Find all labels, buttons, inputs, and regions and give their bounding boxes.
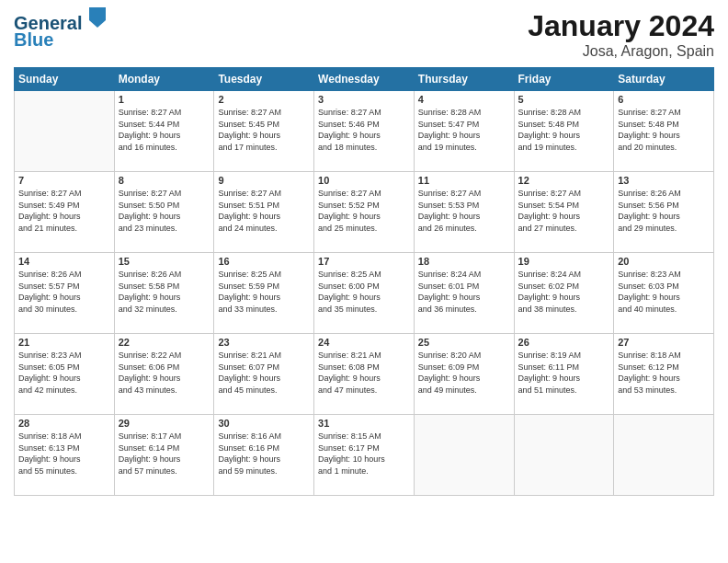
calendar-cell: 17Sunrise: 8:25 AMSunset: 6:00 PMDayligh… xyxy=(314,253,415,334)
calendar-cell: 2Sunrise: 8:27 AMSunset: 5:45 PMDaylight… xyxy=(214,91,314,172)
calendar-cell: 3Sunrise: 8:27 AMSunset: 5:46 PMDaylight… xyxy=(314,91,415,172)
cell-details: Sunrise: 8:27 AMSunset: 5:50 PMDaylight:… xyxy=(119,188,210,234)
week-row-1: 1Sunrise: 8:27 AMSunset: 5:44 PMDaylight… xyxy=(15,91,714,172)
cell-details: Sunrise: 8:24 AMSunset: 6:02 PMDaylight:… xyxy=(518,269,610,315)
cell-details: Sunrise: 8:23 AMSunset: 6:05 PMDaylight:… xyxy=(18,350,110,396)
calendar-cell xyxy=(15,91,115,172)
day-number: 4 xyxy=(418,94,510,105)
cell-details: Sunrise: 8:25 AMSunset: 6:00 PMDaylight:… xyxy=(318,269,410,315)
calendar-cell: 30Sunrise: 8:16 AMSunset: 6:16 PMDayligh… xyxy=(214,415,314,496)
weekday-header-friday: Friday xyxy=(514,68,614,91)
week-row-5: 28Sunrise: 8:18 AMSunset: 6:13 PMDayligh… xyxy=(15,415,714,496)
calendar-cell xyxy=(614,415,714,496)
calendar-cell: 22Sunrise: 8:22 AMSunset: 6:06 PMDayligh… xyxy=(114,334,214,415)
cell-details: Sunrise: 8:22 AMSunset: 6:06 PMDaylight:… xyxy=(119,350,210,396)
cell-details: Sunrise: 8:26 AMSunset: 5:57 PMDaylight:… xyxy=(18,269,110,315)
day-number: 6 xyxy=(618,94,710,105)
calendar-cell: 6Sunrise: 8:27 AMSunset: 5:48 PMDaylight… xyxy=(614,91,714,172)
day-number: 26 xyxy=(518,337,610,348)
day-number: 30 xyxy=(218,418,310,429)
day-number: 1 xyxy=(119,94,210,105)
calendar-cell: 28Sunrise: 8:18 AMSunset: 6:13 PMDayligh… xyxy=(15,415,115,496)
week-row-3: 14Sunrise: 8:26 AMSunset: 5:57 PMDayligh… xyxy=(15,253,714,334)
cell-details: Sunrise: 8:26 AMSunset: 5:56 PMDaylight:… xyxy=(618,188,710,234)
day-number: 8 xyxy=(119,175,210,186)
day-number: 3 xyxy=(318,94,410,105)
weekday-header-tuesday: Tuesday xyxy=(214,68,314,91)
calendar-cell: 20Sunrise: 8:23 AMSunset: 6:03 PMDayligh… xyxy=(614,253,714,334)
calendar-cell: 4Sunrise: 8:28 AMSunset: 5:47 PMDaylight… xyxy=(414,91,514,172)
calendar-cell: 5Sunrise: 8:28 AMSunset: 5:48 PMDaylight… xyxy=(514,91,614,172)
cell-details: Sunrise: 8:21 AMSunset: 6:08 PMDaylight:… xyxy=(318,350,410,396)
location-title: Josa, Aragon, Spain xyxy=(528,43,714,60)
calendar-cell: 26Sunrise: 8:19 AMSunset: 6:11 PMDayligh… xyxy=(514,334,614,415)
day-number: 22 xyxy=(119,337,210,348)
cell-details: Sunrise: 8:27 AMSunset: 5:45 PMDaylight:… xyxy=(218,107,310,153)
cell-details: Sunrise: 8:16 AMSunset: 6:16 PMDaylight:… xyxy=(218,431,310,477)
day-number: 18 xyxy=(418,256,510,267)
cell-details: Sunrise: 8:18 AMSunset: 6:13 PMDaylight:… xyxy=(18,431,110,477)
cell-details: Sunrise: 8:23 AMSunset: 6:03 PMDaylight:… xyxy=(618,269,710,315)
calendar-cell: 23Sunrise: 8:21 AMSunset: 6:07 PMDayligh… xyxy=(214,334,314,415)
day-number: 5 xyxy=(518,94,610,105)
calendar-cell xyxy=(514,415,614,496)
cell-details: Sunrise: 8:27 AMSunset: 5:52 PMDaylight:… xyxy=(318,188,410,234)
logo-icon xyxy=(89,7,106,28)
calendar-cell: 27Sunrise: 8:18 AMSunset: 6:12 PMDayligh… xyxy=(614,334,714,415)
cell-details: Sunrise: 8:27 AMSunset: 5:46 PMDaylight:… xyxy=(318,107,410,153)
day-number: 23 xyxy=(218,337,310,348)
day-number: 12 xyxy=(518,175,610,186)
cell-details: Sunrise: 8:26 AMSunset: 5:58 PMDaylight:… xyxy=(119,269,210,315)
calendar-cell: 7Sunrise: 8:27 AMSunset: 5:49 PMDaylight… xyxy=(15,172,115,253)
month-title: January 2024 xyxy=(528,9,714,43)
calendar-cell: 18Sunrise: 8:24 AMSunset: 6:01 PMDayligh… xyxy=(414,253,514,334)
weekday-header-wednesday: Wednesday xyxy=(314,68,415,91)
cell-details: Sunrise: 8:17 AMSunset: 6:14 PMDaylight:… xyxy=(119,431,210,477)
day-number: 24 xyxy=(318,337,410,348)
cell-details: Sunrise: 8:28 AMSunset: 5:47 PMDaylight:… xyxy=(418,107,510,153)
cell-details: Sunrise: 8:27 AMSunset: 5:49 PMDaylight:… xyxy=(18,188,110,234)
cell-details: Sunrise: 8:27 AMSunset: 5:44 PMDaylight:… xyxy=(119,107,210,153)
day-number: 19 xyxy=(518,256,610,267)
day-number: 13 xyxy=(618,175,710,186)
cell-details: Sunrise: 8:15 AMSunset: 6:17 PMDaylight:… xyxy=(318,431,410,477)
cell-details: Sunrise: 8:21 AMSunset: 6:07 PMDaylight:… xyxy=(218,350,310,396)
cell-details: Sunrise: 8:28 AMSunset: 5:48 PMDaylight:… xyxy=(518,107,610,153)
week-row-4: 21Sunrise: 8:23 AMSunset: 6:05 PMDayligh… xyxy=(15,334,714,415)
cell-details: Sunrise: 8:24 AMSunset: 6:01 PMDaylight:… xyxy=(418,269,510,315)
cell-details: Sunrise: 8:27 AMSunset: 5:54 PMDaylight:… xyxy=(518,188,610,234)
day-number: 11 xyxy=(418,175,510,186)
day-number: 10 xyxy=(318,175,410,186)
page-header: General Blue January 2024 Josa, Aragon, … xyxy=(14,9,714,60)
day-number: 15 xyxy=(119,256,210,267)
calendar-cell: 15Sunrise: 8:26 AMSunset: 5:58 PMDayligh… xyxy=(114,253,214,334)
calendar-cell: 16Sunrise: 8:25 AMSunset: 5:59 PMDayligh… xyxy=(214,253,314,334)
calendar-cell: 29Sunrise: 8:17 AMSunset: 6:14 PMDayligh… xyxy=(114,415,214,496)
calendar-cell xyxy=(414,415,514,496)
weekday-header-row: SundayMondayTuesdayWednesdayThursdayFrid… xyxy=(15,68,714,91)
day-number: 27 xyxy=(618,337,710,348)
calendar-cell: 11Sunrise: 8:27 AMSunset: 5:53 PMDayligh… xyxy=(414,172,514,253)
calendar-cell: 25Sunrise: 8:20 AMSunset: 6:09 PMDayligh… xyxy=(414,334,514,415)
day-number: 7 xyxy=(18,175,110,186)
calendar-table: SundayMondayTuesdayWednesdayThursdayFrid… xyxy=(14,67,714,496)
weekday-header-sunday: Sunday xyxy=(15,68,115,91)
calendar-cell: 19Sunrise: 8:24 AMSunset: 6:02 PMDayligh… xyxy=(514,253,614,334)
calendar-cell: 12Sunrise: 8:27 AMSunset: 5:54 PMDayligh… xyxy=(514,172,614,253)
cell-details: Sunrise: 8:27 AMSunset: 5:48 PMDaylight:… xyxy=(618,107,710,153)
calendar-cell: 9Sunrise: 8:27 AMSunset: 5:51 PMDaylight… xyxy=(214,172,314,253)
day-number: 16 xyxy=(218,256,310,267)
cell-details: Sunrise: 8:20 AMSunset: 6:09 PMDaylight:… xyxy=(418,350,510,396)
weekday-header-saturday: Saturday xyxy=(614,68,714,91)
day-number: 28 xyxy=(18,418,110,429)
week-row-2: 7Sunrise: 8:27 AMSunset: 5:49 PMDaylight… xyxy=(15,172,714,253)
day-number: 31 xyxy=(318,418,410,429)
calendar-cell: 21Sunrise: 8:23 AMSunset: 6:05 PMDayligh… xyxy=(15,334,115,415)
cell-details: Sunrise: 8:25 AMSunset: 5:59 PMDaylight:… xyxy=(218,269,310,315)
calendar-cell: 13Sunrise: 8:26 AMSunset: 5:56 PMDayligh… xyxy=(614,172,714,253)
svg-marker-0 xyxy=(89,7,106,28)
calendar-cell: 24Sunrise: 8:21 AMSunset: 6:08 PMDayligh… xyxy=(314,334,415,415)
day-number: 21 xyxy=(18,337,110,348)
day-number: 2 xyxy=(218,94,310,105)
weekday-header-monday: Monday xyxy=(114,68,214,91)
